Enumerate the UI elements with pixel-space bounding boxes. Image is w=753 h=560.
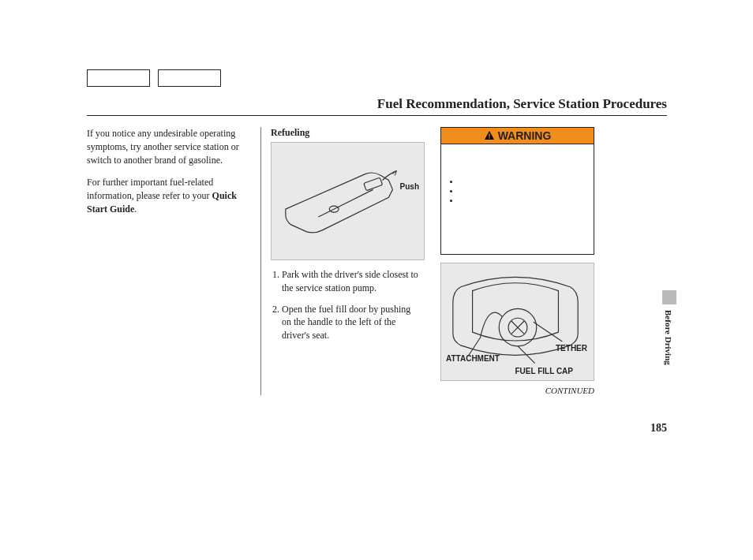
push-label: Push	[400, 182, 419, 191]
continued-indicator: CONTINUED	[440, 386, 594, 395]
fuel-cap-drawing	[441, 263, 594, 380]
svg-rect-3	[489, 137, 489, 138]
column-3: WARNING	[431, 127, 601, 395]
paragraph: For further important fuel-related infor…	[87, 176, 251, 215]
section-label: Before Driving	[664, 310, 673, 365]
badge-box	[87, 69, 150, 87]
warning-bullets	[449, 176, 586, 203]
column-1: If you notice any undesirable operating …	[87, 127, 260, 395]
attachment-label: ATTACHMENT	[446, 354, 500, 363]
fuel-cap-illustration: TETHER ATTACHMENT FUEL FILL CAP	[440, 263, 594, 381]
top-badges	[87, 69, 667, 87]
warning-body	[440, 144, 594, 255]
text: .	[134, 203, 137, 215]
page-number: 185	[650, 422, 667, 435]
badge-box	[158, 69, 221, 87]
refueling-steps: Park with the driver's side closest to t…	[271, 268, 421, 342]
svg-rect-1	[364, 177, 383, 191]
fuel-door-release-illustration: Push	[271, 142, 425, 260]
page-title: Fuel Recommendation, Service Station Pro…	[87, 96, 667, 116]
refueling-heading: Refueling	[271, 127, 421, 139]
warning-text: WARNING	[498, 129, 552, 142]
column-2: Refueling Push Park with the driver's si…	[260, 127, 431, 395]
warning-bullet	[460, 195, 586, 203]
paragraph: If you notice any undesirable operating …	[87, 127, 251, 166]
step-2: Open the fuel fill door by pushing on th…	[282, 303, 421, 342]
section-tab	[662, 290, 676, 304]
fuel-fill-cap-label: FUEL FILL CAP	[515, 367, 573, 375]
warning-bullet	[460, 176, 586, 184]
warning-bullet	[460, 185, 586, 193]
text: For further important fuel-related infor…	[87, 177, 213, 201]
warning-triangle-icon	[484, 130, 495, 141]
warning-header: WARNING	[440, 127, 594, 144]
manual-page: Fuel Recommendation, Service Station Pro…	[87, 69, 667, 395]
svg-rect-2	[489, 134, 489, 137]
columns: If you notice any undesirable operating …	[87, 127, 667, 395]
tether-label: TETHER	[556, 344, 587, 353]
step-1: Park with the driver's side closest to t…	[282, 268, 421, 295]
door-panel-drawing	[272, 143, 424, 259]
